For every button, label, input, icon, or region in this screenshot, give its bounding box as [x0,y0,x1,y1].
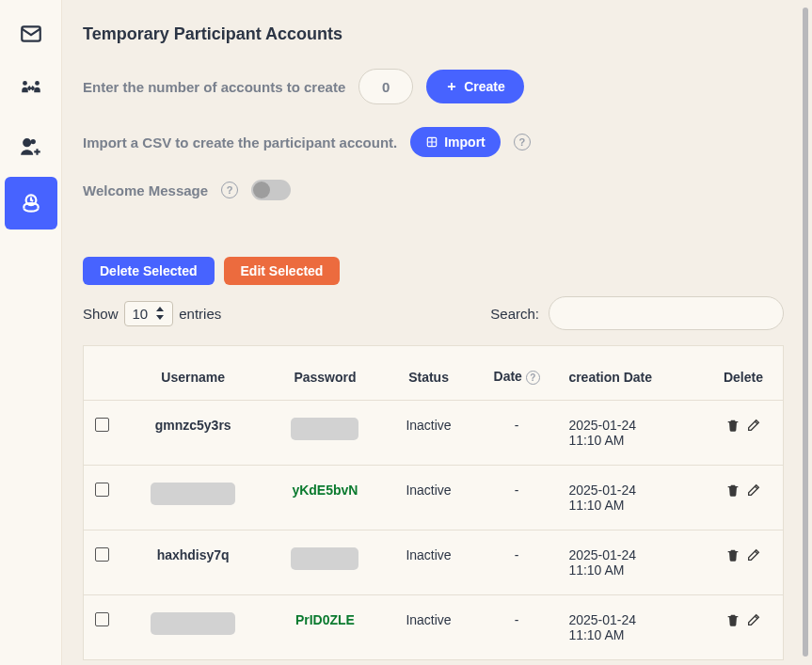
creation-date-value: 2025-01-2411:10 AM [568,483,636,513]
edit-icon [746,418,761,433]
col-username[interactable]: Username [121,346,265,401]
date-value: - [515,483,519,498]
search-input[interactable] [549,296,784,330]
creation-date-value: 2025-01-2411:10 AM [568,547,636,578]
user-plus-icon [19,135,43,159]
trash-icon [725,612,740,627]
edit-selected-button[interactable]: Edit Selected [224,257,341,285]
date-value: - [515,547,519,562]
col-date[interactable]: Date ? [472,346,561,401]
table-row: gmnzc5y3rsInactive-2025-01-2411:10 AM [84,401,784,466]
status-value: Inactive [406,612,451,627]
sidebar-item-add-users[interactable] [5,120,57,173]
page-title: Temporary Participant Accounts [83,24,784,44]
row-edit-button[interactable] [746,612,761,630]
import-label: Import a CSV to create the participant a… [83,135,397,150]
col-delete: Delete [704,346,784,401]
password-redacted [291,547,358,570]
sort-icon [155,307,165,320]
edit-icon [746,483,761,498]
show-label: Show [83,306,119,322]
delete-selected-label: Delete Selected [100,263,198,278]
svg-point-1 [23,81,27,86]
welcome-toggle[interactable] [251,180,291,200]
date-value: - [515,612,519,627]
welcome-help-icon[interactable]: ? [221,182,238,198]
password-value: PrID0ZLE [295,612,355,627]
clock-db-icon [19,191,43,215]
actions-row: Delete Selected Edit Selected [83,257,784,285]
page-size-select[interactable]: 10 [124,301,174,326]
row-delete-button[interactable] [725,483,740,500]
sidebar-item-accounts[interactable] [5,177,57,230]
username-redacted [151,483,235,505]
show-entries: Show 10 entries [83,301,221,326]
row-checkbox[interactable] [95,612,109,626]
sidebar [0,0,62,665]
sidebar-item-mail[interactable] [5,8,57,60]
date-value: - [515,418,519,433]
svg-point-4 [30,139,35,144]
status-value: Inactive [406,418,451,433]
row-edit-button[interactable] [746,418,761,435]
svg-point-3 [24,139,30,146]
row-edit-button[interactable] [746,483,761,500]
edit-selected-label: Edit Selected [241,263,324,278]
plus-icon [445,80,458,93]
delete-selected-button[interactable]: Delete Selected [83,257,215,285]
table-row: PrID0ZLEInactive-2025-01-2411:10 AM [84,595,784,660]
row-delete-button[interactable] [725,612,740,630]
status-value: Inactive [406,483,451,498]
col-creation-date[interactable]: creation Date [561,346,703,401]
username-redacted [151,612,235,635]
import-button-label: Import [444,135,486,150]
edit-icon [746,547,761,562]
search-label: Search: [490,306,539,322]
import-button[interactable]: Import [410,127,501,157]
row-delete-button[interactable] [725,418,740,435]
trash-icon [725,547,740,562]
entries-label: entries [179,306,221,322]
trash-icon [725,418,740,433]
import-row: Import a CSV to create the participant a… [83,127,784,157]
app-root: Temporary Participant Accounts Enter the… [0,0,812,665]
row-checkbox[interactable] [95,547,109,562]
password-value: yKdE5bvN [292,483,358,498]
trash-icon [725,483,740,498]
accounts-table: Username Password Status Date ? creation… [83,345,784,660]
create-label: Enter the number of accounts to create [83,79,345,95]
row-checkbox[interactable] [95,483,109,497]
create-button-label: Create [464,79,505,94]
create-row: Enter the number of accounts to create C… [83,69,784,104]
row-delete-button[interactable] [725,547,740,565]
username-value: gmnzc5y3rs [155,418,231,433]
table-import-icon [425,135,438,149]
row-edit-button[interactable] [746,547,761,565]
import-help-icon[interactable]: ? [514,134,531,150]
table-row: yKdE5bvNInactive-2025-01-2411:10 AM [84,466,784,530]
datatable-controls: Show 10 entries Search: [83,296,784,330]
people-arrows-icon [19,78,43,103]
mail-icon [19,22,43,46]
svg-point-2 [35,81,40,86]
col-status[interactable]: Status [385,346,472,401]
col-password[interactable]: Password [265,346,385,401]
main: Temporary Participant Accounts Enter the… [62,0,812,665]
password-redacted [291,418,358,440]
search-wrap: Search: [490,296,784,330]
date-help-icon[interactable]: ? [526,371,540,385]
status-value: Inactive [406,547,451,562]
creation-date-value: 2025-01-2411:10 AM [568,418,636,448]
row-checkbox[interactable] [95,418,109,432]
table-row: haxhdisy7qInactive-2025-01-2411:10 AM [84,530,784,595]
col-date-label: Date [494,369,522,384]
username-value: haxhdisy7q [157,547,230,562]
creation-date-value: 2025-01-2411:10 AM [568,612,636,642]
accounts-count-input[interactable] [358,69,413,104]
edit-icon [746,612,761,627]
sidebar-item-connect[interactable] [5,64,57,117]
welcome-label: Welcome Message [83,182,208,198]
scrollbar[interactable] [803,8,808,657]
welcome-row: Welcome Message ? [83,180,784,200]
create-button[interactable]: Create [426,70,524,103]
